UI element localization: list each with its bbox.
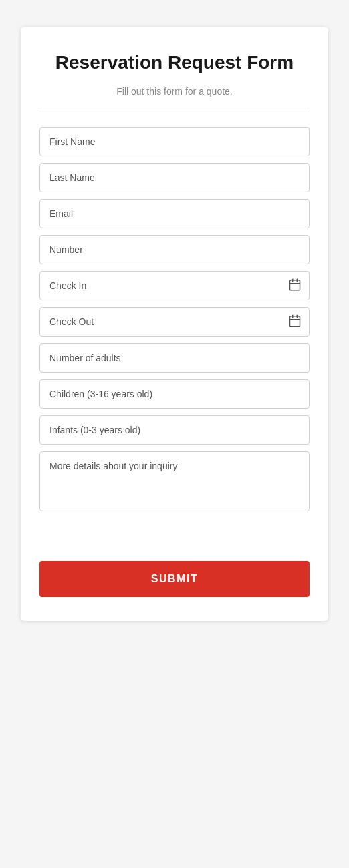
form-title: Reservation Request Form — [39, 51, 310, 74]
divider — [39, 112, 310, 112]
page-wrapper: Reservation Request Form Fill out this f… — [0, 0, 349, 868]
details-field — [39, 451, 310, 514]
infants-field — [39, 415, 310, 445]
email-field — [39, 199, 310, 228]
number-field — [39, 235, 310, 264]
first-name-field — [39, 127, 310, 156]
submit-button[interactable]: SUBMIT — [39, 561, 310, 597]
form-card: Reservation Request Form Fill out this f… — [21, 27, 328, 621]
check-out-field — [39, 307, 310, 337]
adults-field — [39, 343, 310, 373]
children-input[interactable] — [39, 379, 310, 409]
adults-input[interactable] — [39, 343, 310, 373]
first-name-input[interactable] — [39, 127, 310, 156]
details-textarea[interactable] — [39, 451, 310, 511]
number-input[interactable] — [39, 235, 310, 264]
form-subtitle: Fill out this form for a quote. — [39, 86, 310, 97]
last-name-field — [39, 163, 310, 192]
check-in-field — [39, 271, 310, 300]
check-out-input[interactable] — [39, 307, 310, 337]
email-input[interactable] — [39, 199, 310, 228]
children-field — [39, 379, 310, 409]
check-in-input[interactable] — [39, 271, 310, 300]
last-name-input[interactable] — [39, 163, 310, 192]
infants-input[interactable] — [39, 415, 310, 445]
